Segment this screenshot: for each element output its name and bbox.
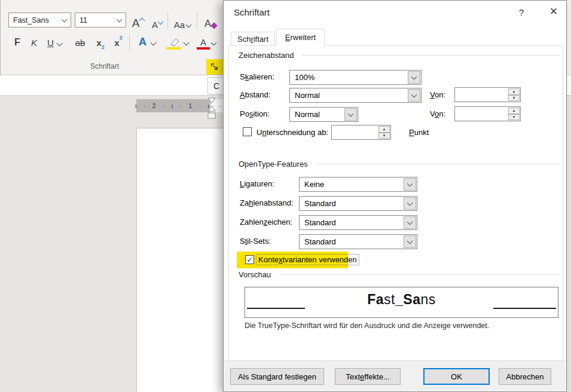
ok-button[interactable]: OK <box>423 368 490 385</box>
tab-schriftart[interactable]: Schriftart <box>231 32 275 46</box>
close-button[interactable]: × <box>545 3 562 20</box>
ligaturen-combobox[interactable]: Keine <box>299 177 417 192</box>
stilsets-combobox[interactable]: Standard <box>299 234 417 249</box>
chevron-down-icon <box>407 219 413 225</box>
kontextvarianten-label[interactable]: Kontextvarianten verwenden <box>257 255 359 265</box>
skalieren-combobox[interactable]: 100% <box>289 70 422 85</box>
abstand-value: Normal <box>295 91 320 100</box>
abstand-combobox[interactable]: Normal <box>289 88 422 103</box>
ruler-marks: ı · 2 · ı · 1 · ı <box>135 102 212 109</box>
strikethrough-letters: ab <box>75 38 86 48</box>
abbrechen-button[interactable]: Abbrechen <box>499 368 551 385</box>
first-line-indent-marker <box>208 98 215 103</box>
von1-label: Von: <box>430 90 445 99</box>
abstand-label: Abstand: <box>240 90 270 99</box>
clear-formatting-letter: A <box>204 18 211 30</box>
spin-up-button[interactable]: ▲ <box>508 88 520 95</box>
dialog-launcher-icon <box>211 63 219 71</box>
subscript-two: 2 <box>102 44 105 50</box>
indent-markers[interactable] <box>207 97 216 124</box>
abstand-von-spinner[interactable]: ▲ ▼ <box>454 87 521 102</box>
zahlenzeichen-dropdown-button[interactable] <box>404 216 416 229</box>
position-dropdown-button[interactable] <box>344 108 357 121</box>
group-title-opentype: OpenType-Features <box>239 160 313 169</box>
dialog-button-strip: Als Standard festlegen Texteffekte... OK… <box>224 360 566 391</box>
superscript-x: x <box>114 38 119 48</box>
zahlenabstand-value: Standard <box>304 199 336 208</box>
texteffekte-button[interactable]: Texteffekte... <box>335 368 401 385</box>
unterschneidung-checkbox[interactable] <box>243 127 252 136</box>
group-line <box>301 55 560 56</box>
grow-font-button[interactable]: A <box>129 13 147 30</box>
text-effects-letter: A <box>139 36 146 48</box>
spin-up-button[interactable]: ▲ <box>508 108 520 114</box>
spin-down-button[interactable]: ▼ <box>378 133 390 139</box>
font-size-combobox[interactable]: 11 <box>75 13 126 27</box>
separator <box>167 12 168 30</box>
hanging-indent-marker <box>208 106 215 111</box>
spin-down-button[interactable]: ▼ <box>508 114 520 121</box>
superscript-button[interactable]: x 2 <box>111 35 126 50</box>
preview-caption: Die TrueType-Schriftart wird für den Aus… <box>245 321 489 330</box>
grow-font-letter: A <box>132 17 140 30</box>
zahlenzeichen-combobox[interactable]: Standard <box>299 215 417 230</box>
abstand-dropdown-button[interactable] <box>408 89 420 102</box>
position-value: Normal <box>295 110 320 119</box>
zahlenzeichen-label: Zahlenzeichen: <box>240 218 292 226</box>
unterschneidung-spinner[interactable]: ▲ ▼ <box>331 125 391 140</box>
skalieren-dropdown-button[interactable] <box>408 71 420 84</box>
tab-erweitert[interactable]: Erweitert <box>276 29 325 46</box>
italic-button[interactable]: K <box>28 35 41 50</box>
zahlenabstand-combobox[interactable]: Standard <box>299 196 417 211</box>
font-name-combobox[interactable]: Fast_Sans <box>8 13 71 27</box>
spinner-buttons: ▲ ▼ <box>508 108 520 120</box>
unterschneidung-label[interactable]: Unterschneidung ab: <box>257 128 328 137</box>
ligaturen-dropdown-button[interactable] <box>404 178 416 191</box>
punkt-label: Punkt <box>409 128 429 137</box>
horizontal-ruler-margin[interactable]: ı · 2 · ı · 1 · ı <box>136 99 210 112</box>
word-application-window: Fast_Sans 11 A A Aa A F K <box>0 0 571 392</box>
chevron-down-icon <box>183 39 189 45</box>
zahlenabstand-label: Zahlenabstand: <box>240 198 294 207</box>
als-standard-festlegen-button[interactable]: Als Standard festlegen <box>230 368 324 385</box>
change-case-letters: Aa <box>174 20 185 30</box>
ligaturen-label: Ligaturen: <box>240 179 274 188</box>
separator <box>129 33 130 51</box>
group-title-zeichenabstand: Zeichenabstand <box>239 51 299 60</box>
stilsets-dropdown-button[interactable] <box>404 235 416 248</box>
stilsets-value: Standard <box>304 237 336 246</box>
change-case-button[interactable]: Aa <box>170 14 194 30</box>
spinner-buttons: ▲ ▼ <box>378 126 390 139</box>
font-name-value: Fast_Sans <box>13 16 49 24</box>
checkmark-icon: ✓ <box>246 256 252 264</box>
text-effects-button[interactable]: A <box>134 33 160 50</box>
subscript-button[interactable]: x 2 <box>93 35 108 50</box>
chevron-down-icon <box>348 111 354 117</box>
ribbon-group-label: Schriftart <box>90 62 119 71</box>
chevron-down-icon <box>56 40 62 46</box>
bold-letter: F <box>14 37 20 48</box>
strikethrough-button[interactable]: ab <box>71 35 89 50</box>
underline-button[interactable]: U <box>44 35 65 50</box>
superscript-two: 2 <box>120 35 123 41</box>
spin-up-button[interactable]: ▲ <box>378 126 390 133</box>
spin-down-button[interactable]: ▼ <box>508 95 520 102</box>
font-dialog-launcher-button[interactable] <box>206 59 224 75</box>
clear-formatting-button[interactable]: A <box>200 13 221 30</box>
shrink-font-button[interactable]: A <box>149 15 166 30</box>
button-label: Als Standard festlegen <box>238 372 316 381</box>
zahlenabstand-dropdown-button[interactable] <box>404 197 416 210</box>
position-combobox[interactable]: Normal <box>289 107 358 122</box>
italic-letter: K <box>31 38 37 48</box>
chevron-down-icon <box>211 39 217 45</box>
help-button[interactable]: ? <box>515 7 528 17</box>
font-preview-box: Fast_Sans <box>245 287 558 318</box>
font-color-swatch <box>197 47 210 50</box>
zahlenzeichen-value: Standard <box>304 218 336 227</box>
stilsets-label: Stil-Sets: <box>240 237 271 246</box>
kontextvarianten-checkbox[interactable]: ✓ <box>245 255 254 264</box>
bold-button[interactable]: F <box>10 35 25 50</box>
position-von-spinner[interactable]: ▲ ▼ <box>454 106 521 121</box>
highlighter-pen-icon <box>167 37 181 47</box>
group-title-vorschau: Vorschau <box>239 270 276 279</box>
